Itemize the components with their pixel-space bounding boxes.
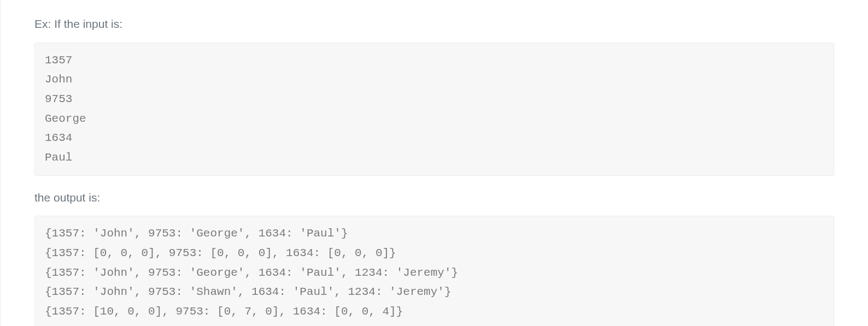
intro-text: Ex: If the input is: <box>34 15 834 33</box>
mid-text: the output is: <box>34 189 834 206</box>
output-code-block: {1357: 'John', 9753: 'George', 1634: 'Pa… <box>34 216 834 326</box>
input-code-block: 1357 John 9753 George 1634 Paul <box>34 43 834 176</box>
document-page: Ex: If the input is: 1357 John 9753 Geor… <box>0 0 868 326</box>
